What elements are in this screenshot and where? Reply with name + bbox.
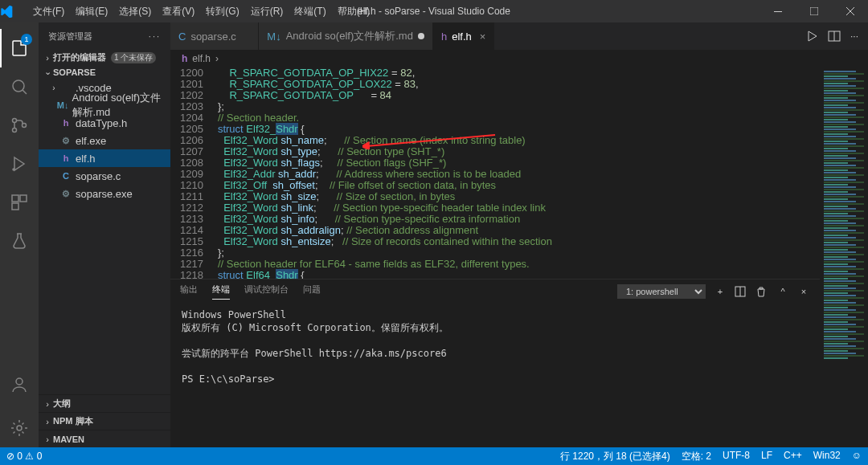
status-item[interactable]: 行 1220，列 18 (已选择4) xyxy=(560,450,670,463)
project-name: SOPARSE xyxy=(53,67,96,77)
breadcrumb[interactable]: h elf.h › xyxy=(170,50,868,67)
file-label: elf.exe xyxy=(76,135,106,147)
svg-rect-0 xyxy=(774,11,782,12)
bottom-panel: 输出终端调试控制台问题 1: powershell + ^ × Win xyxy=(170,279,820,447)
file-tree-item[interactable]: helf.h xyxy=(39,149,170,167)
file-tree-item[interactable]: ⚙elf.exe xyxy=(39,132,170,149)
panel-tab[interactable]: 调试控制台 xyxy=(244,283,289,300)
status-item[interactable]: ☺ xyxy=(852,450,862,463)
file-tree-item[interactable]: M↓Android so(elf)文件解析.md xyxy=(39,96,170,114)
menu-item[interactable]: 终端(T) xyxy=(289,0,331,22)
svg-rect-10 xyxy=(12,195,18,202)
more-actions-icon[interactable]: ··· xyxy=(850,31,858,42)
code-content[interactable]: R_SPARC_GOTDATA_OP_HIX22 = 82, R_SPARC_G… xyxy=(218,67,820,279)
dirty-indicator-icon xyxy=(418,33,424,39)
chevron-right-icon: › xyxy=(42,417,53,426)
accounts-activity-icon[interactable] xyxy=(0,365,39,404)
maximize-panel-icon[interactable]: ^ xyxy=(776,287,789,296)
editor-tab[interactable]: Csoparse.c× xyxy=(170,22,259,50)
new-terminal-icon[interactable]: + xyxy=(714,287,727,296)
close-tab-icon[interactable]: × xyxy=(480,31,486,43)
status-item[interactable]: 空格: 2 xyxy=(682,450,711,463)
testing-activity-icon[interactable] xyxy=(0,222,39,260)
file-icon: M↓ xyxy=(267,31,280,43)
file-label: soparse.exe xyxy=(76,188,133,200)
editor-tab[interactable]: helf.h× xyxy=(433,22,494,50)
panel-tabs: 输出终端调试控制台问题 1: powershell + ^ × xyxy=(170,279,820,304)
file-icon: h xyxy=(59,118,72,128)
file-icon: M↓ xyxy=(57,100,69,110)
sidebar-section[interactable]: ›NPM 脚本 xyxy=(39,412,170,430)
run-activity-icon[interactable] xyxy=(0,145,39,183)
terminal-select[interactable]: 1: powershell xyxy=(617,284,706,299)
status-problems[interactable]: ⊘ 0 ⚠ 0 xyxy=(6,451,42,462)
chevron-right-icon: › xyxy=(42,399,53,409)
sidebar-section[interactable]: ›MAVEN xyxy=(39,430,170,447)
file-icon: h xyxy=(441,31,447,43)
file-icon: h xyxy=(182,53,187,64)
tab-label: elf.h xyxy=(452,31,472,43)
menu-item[interactable]: 转到(G) xyxy=(200,0,244,22)
panel-tab[interactable]: 问题 xyxy=(303,283,321,300)
explorer-activity-icon[interactable]: 1 xyxy=(0,29,39,67)
terminal-body[interactable]: Windows PowerShell 版权所有 (C) Microsoft Co… xyxy=(170,304,820,447)
sidebar-header: 资源管理器 ··· xyxy=(39,22,170,50)
maximize-button[interactable] xyxy=(796,0,832,22)
code-editor[interactable]: 1200120112021203120412051206120712081209… xyxy=(170,67,820,279)
panel-tab[interactable]: 终端 xyxy=(212,283,230,300)
line-gutter: 1200120112021203120412051206120712081209… xyxy=(170,67,218,279)
chevron-right-icon: › xyxy=(215,53,219,64)
window-title: elf.h - soParse - Visual Studio Code xyxy=(358,6,510,17)
extensions-activity-icon[interactable] xyxy=(0,183,39,222)
svg-rect-12 xyxy=(12,203,18,210)
sidebar-more-icon[interactable]: ··· xyxy=(149,31,161,41)
minimize-button[interactable] xyxy=(760,0,796,22)
svg-point-8 xyxy=(23,124,27,128)
run-icon[interactable] xyxy=(805,30,818,43)
project-section[interactable]: ⌄ SOPARSE xyxy=(39,65,170,79)
sidebar-section[interactable]: ›大纲 xyxy=(39,394,170,412)
status-bar: ⊘ 0 ⚠ 0 行 1220，列 18 (已选择4)空格: 2UTF-8LFC+… xyxy=(0,447,868,465)
menu-item[interactable]: 编辑(E) xyxy=(70,0,113,22)
breadcrumb-file: elf.h xyxy=(192,53,211,64)
tab-label: Android so(elf)文件解析.md xyxy=(286,29,413,43)
sidebar: 资源管理器 ··· › 打开的编辑器 1 个未保存 ⌄ SOPARSE ›.vs… xyxy=(39,22,170,447)
svg-point-9 xyxy=(13,169,14,170)
section-label: NPM 脚本 xyxy=(53,415,93,427)
file-label: soparse.c xyxy=(76,170,121,182)
panel-tab[interactable]: 输出 xyxy=(180,283,198,300)
search-activity-icon[interactable] xyxy=(0,67,39,106)
window-controls xyxy=(760,0,868,22)
svg-point-13 xyxy=(16,378,23,385)
file-icon: h xyxy=(59,153,72,163)
status-item[interactable]: C++ xyxy=(784,450,802,463)
status-item[interactable]: Win32 xyxy=(813,450,841,463)
close-panel-icon[interactable]: × xyxy=(797,287,810,296)
split-editor-icon[interactable] xyxy=(828,30,841,43)
menu-item[interactable]: 文件(F) xyxy=(27,0,70,22)
open-editors-section[interactable]: › 打开的编辑器 1 个未保存 xyxy=(39,50,170,65)
status-item[interactable]: LF xyxy=(761,450,772,463)
menu-item[interactable]: 查看(V) xyxy=(157,0,200,22)
editor-tab[interactable]: M↓Android so(elf)文件解析.md xyxy=(259,22,433,50)
menu-item[interactable]: 运行(R) xyxy=(245,0,289,22)
minimap[interactable] xyxy=(820,67,868,447)
file-icon: C xyxy=(59,171,72,181)
file-tree: ›.vscodeM↓Android so(elf)文件解析.mdhdataTyp… xyxy=(39,79,170,202)
svg-rect-1 xyxy=(810,7,818,15)
close-button[interactable] xyxy=(832,0,868,22)
kill-terminal-icon[interactable] xyxy=(755,286,768,297)
file-label: dataType.h xyxy=(76,117,127,129)
menu-item[interactable]: 选择(S) xyxy=(113,0,157,22)
file-tree-item[interactable]: ⚙soparse.exe xyxy=(39,185,170,202)
status-item[interactable]: UTF-8 xyxy=(723,450,750,463)
editor-area: Csoparse.c×M↓Android so(elf)文件解析.mdhelf.… xyxy=(170,22,868,447)
split-terminal-icon[interactable] xyxy=(735,286,747,297)
svg-point-14 xyxy=(17,426,22,430)
file-tree-item[interactable]: Csoparse.c xyxy=(39,167,170,185)
svg-point-4 xyxy=(13,80,24,92)
settings-activity-icon[interactable] xyxy=(0,409,39,447)
unsaved-tag: 1 个未保存 xyxy=(111,52,156,63)
source-control-activity-icon[interactable] xyxy=(0,106,39,145)
chevron-icon: › xyxy=(48,84,59,92)
